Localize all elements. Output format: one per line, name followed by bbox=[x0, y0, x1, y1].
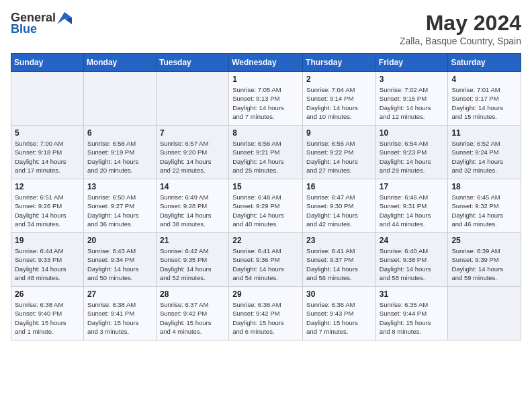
day-of-week-header: Friday bbox=[375, 54, 448, 72]
day-info: Sunrise: 7:00 AM Sunset: 9:18 PM Dayligh… bbox=[15, 139, 80, 175]
day-number: 11 bbox=[451, 128, 517, 138]
table-row: 6Sunrise: 6:58 AM Sunset: 9:19 PM Daylig… bbox=[83, 126, 156, 179]
day-info: Sunrise: 6:41 AM Sunset: 9:37 PM Dayligh… bbox=[306, 246, 372, 282]
day-info: Sunrise: 7:01 AM Sunset: 9:17 PM Dayligh… bbox=[451, 85, 517, 121]
day-number: 9 bbox=[306, 128, 372, 138]
page-header: General Blue May 2024 Zalla, Basque Coun… bbox=[11, 11, 521, 46]
day-number: 29 bbox=[232, 289, 299, 299]
day-number: 28 bbox=[160, 289, 225, 299]
day-number: 13 bbox=[87, 182, 152, 191]
day-info: Sunrise: 6:38 AM Sunset: 9:40 PM Dayligh… bbox=[15, 300, 80, 336]
day-of-week-header: Thursday bbox=[303, 54, 376, 72]
day-number: 19 bbox=[15, 236, 80, 245]
table-row: 15Sunrise: 6:48 AM Sunset: 9:29 PM Dayli… bbox=[229, 179, 303, 233]
table-row: 7Sunrise: 6:57 AM Sunset: 9:20 PM Daylig… bbox=[156, 126, 228, 179]
day-number: 15 bbox=[232, 182, 299, 191]
header-row: SundayMondayTuesdayWednesdayThursdayFrid… bbox=[11, 54, 521, 72]
day-of-week-header: Monday bbox=[83, 54, 156, 72]
day-number: 14 bbox=[160, 182, 225, 191]
day-info: Sunrise: 6:54 AM Sunset: 9:23 PM Dayligh… bbox=[380, 139, 445, 175]
day-info: Sunrise: 7:02 AM Sunset: 9:15 PM Dayligh… bbox=[380, 85, 445, 121]
table-row: 30Sunrise: 6:36 AM Sunset: 9:43 PM Dayli… bbox=[303, 287, 376, 340]
day-number: 3 bbox=[380, 75, 445, 84]
day-info: Sunrise: 6:57 AM Sunset: 9:20 PM Dayligh… bbox=[160, 139, 225, 175]
day-info: Sunrise: 6:38 AM Sunset: 9:41 PM Dayligh… bbox=[87, 300, 152, 336]
week-row: 12Sunrise: 6:51 AM Sunset: 9:26 PM Dayli… bbox=[11, 179, 521, 233]
day-of-week-header: Wednesday bbox=[229, 54, 303, 72]
table-row: 24Sunrise: 6:40 AM Sunset: 9:38 PM Dayli… bbox=[375, 233, 448, 287]
title-block: May 2024 Zalla, Basque Country, Spain bbox=[400, 11, 521, 46]
month-title: May 2024 bbox=[400, 11, 521, 36]
day-of-week-header: Tuesday bbox=[156, 54, 228, 72]
table-row: 14Sunrise: 6:49 AM Sunset: 9:28 PM Dayli… bbox=[156, 179, 228, 233]
day-info: Sunrise: 6:36 AM Sunset: 9:43 PM Dayligh… bbox=[306, 300, 372, 336]
day-of-week-header: Sunday bbox=[11, 54, 84, 72]
day-info: Sunrise: 6:48 AM Sunset: 9:29 PM Dayligh… bbox=[232, 193, 299, 228]
day-number: 1 bbox=[232, 75, 299, 84]
day-number: 30 bbox=[306, 289, 372, 299]
table-row: 20Sunrise: 6:43 AM Sunset: 9:34 PM Dayli… bbox=[83, 233, 156, 287]
table-row: 13Sunrise: 6:50 AM Sunset: 9:27 PM Dayli… bbox=[83, 179, 156, 233]
day-number: 17 bbox=[380, 182, 445, 191]
day-info: Sunrise: 7:04 AM Sunset: 9:14 PM Dayligh… bbox=[306, 85, 372, 121]
day-number: 24 bbox=[380, 236, 445, 245]
table-row bbox=[448, 287, 521, 340]
day-number: 2 bbox=[306, 75, 372, 84]
day-number: 18 bbox=[451, 182, 517, 191]
table-row: 22Sunrise: 6:41 AM Sunset: 9:36 PM Dayli… bbox=[229, 233, 303, 287]
day-number: 20 bbox=[87, 236, 152, 245]
day-info: Sunrise: 6:44 AM Sunset: 9:33 PM Dayligh… bbox=[15, 246, 80, 282]
day-number: 12 bbox=[15, 182, 80, 191]
logo: General Blue bbox=[11, 11, 72, 36]
day-info: Sunrise: 6:42 AM Sunset: 9:35 PM Dayligh… bbox=[160, 246, 225, 282]
day-number: 31 bbox=[380, 289, 445, 299]
logo-blue: Blue bbox=[11, 22, 37, 36]
day-number: 16 bbox=[306, 182, 372, 191]
table-row: 9Sunrise: 6:55 AM Sunset: 9:22 PM Daylig… bbox=[303, 126, 376, 179]
table-row: 8Sunrise: 6:56 AM Sunset: 9:21 PM Daylig… bbox=[229, 126, 303, 179]
table-row: 29Sunrise: 6:36 AM Sunset: 9:42 PM Dayli… bbox=[229, 287, 303, 340]
table-row: 4Sunrise: 7:01 AM Sunset: 9:17 PM Daylig… bbox=[448, 72, 521, 126]
day-info: Sunrise: 6:40 AM Sunset: 9:38 PM Dayligh… bbox=[380, 246, 445, 282]
day-number: 7 bbox=[160, 128, 225, 138]
day-info: Sunrise: 6:46 AM Sunset: 9:31 PM Dayligh… bbox=[380, 193, 445, 228]
day-number: 21 bbox=[160, 236, 225, 245]
day-number: 5 bbox=[15, 128, 80, 138]
week-row: 26Sunrise: 6:38 AM Sunset: 9:40 PM Dayli… bbox=[11, 287, 521, 340]
table-row bbox=[156, 72, 228, 126]
day-info: Sunrise: 6:58 AM Sunset: 9:19 PM Dayligh… bbox=[87, 139, 152, 175]
day-number: 26 bbox=[15, 289, 80, 299]
table-row: 12Sunrise: 6:51 AM Sunset: 9:26 PM Dayli… bbox=[11, 179, 84, 233]
day-info: Sunrise: 6:55 AM Sunset: 9:22 PM Dayligh… bbox=[306, 139, 372, 175]
day-number: 8 bbox=[232, 128, 299, 138]
day-number: 25 bbox=[451, 236, 517, 245]
table-row: 28Sunrise: 6:37 AM Sunset: 9:42 PM Dayli… bbox=[156, 287, 228, 340]
table-row: 27Sunrise: 6:38 AM Sunset: 9:41 PM Dayli… bbox=[83, 287, 156, 340]
day-info: Sunrise: 7:05 AM Sunset: 9:13 PM Dayligh… bbox=[232, 85, 299, 121]
location-title: Zalla, Basque Country, Spain bbox=[400, 36, 521, 46]
table-row: 5Sunrise: 7:00 AM Sunset: 9:18 PM Daylig… bbox=[11, 126, 84, 179]
day-info: Sunrise: 6:47 AM Sunset: 9:30 PM Dayligh… bbox=[306, 193, 372, 228]
day-info: Sunrise: 6:36 AM Sunset: 9:42 PM Dayligh… bbox=[232, 300, 299, 336]
table-row: 10Sunrise: 6:54 AM Sunset: 9:23 PM Dayli… bbox=[375, 126, 448, 179]
table-row: 3Sunrise: 7:02 AM Sunset: 9:15 PM Daylig… bbox=[375, 72, 448, 126]
table-row: 23Sunrise: 6:41 AM Sunset: 9:37 PM Dayli… bbox=[303, 233, 376, 287]
day-info: Sunrise: 6:35 AM Sunset: 9:44 PM Dayligh… bbox=[380, 300, 445, 336]
day-info: Sunrise: 6:43 AM Sunset: 9:34 PM Dayligh… bbox=[87, 246, 152, 282]
day-number: 10 bbox=[380, 128, 445, 138]
day-info: Sunrise: 6:50 AM Sunset: 9:27 PM Dayligh… bbox=[87, 193, 152, 228]
table-row: 11Sunrise: 6:52 AM Sunset: 9:24 PM Dayli… bbox=[448, 126, 521, 179]
table-row: 26Sunrise: 6:38 AM Sunset: 9:40 PM Dayli… bbox=[11, 287, 84, 340]
table-row: 31Sunrise: 6:35 AM Sunset: 9:44 PM Dayli… bbox=[375, 287, 448, 340]
day-number: 23 bbox=[306, 236, 372, 245]
day-info: Sunrise: 6:56 AM Sunset: 9:21 PM Dayligh… bbox=[232, 139, 299, 175]
table-row bbox=[11, 72, 84, 126]
table-row: 18Sunrise: 6:45 AM Sunset: 9:32 PM Dayli… bbox=[448, 179, 521, 233]
table-row: 21Sunrise: 6:42 AM Sunset: 9:35 PM Dayli… bbox=[156, 233, 228, 287]
day-info: Sunrise: 6:45 AM Sunset: 9:32 PM Dayligh… bbox=[451, 193, 517, 228]
table-row bbox=[83, 72, 156, 126]
day-info: Sunrise: 6:52 AM Sunset: 9:24 PM Dayligh… bbox=[451, 139, 517, 175]
day-info: Sunrise: 6:49 AM Sunset: 9:28 PM Dayligh… bbox=[160, 193, 225, 228]
table-row: 25Sunrise: 6:39 AM Sunset: 9:39 PM Dayli… bbox=[448, 233, 521, 287]
day-of-week-header: Saturday bbox=[448, 54, 521, 72]
